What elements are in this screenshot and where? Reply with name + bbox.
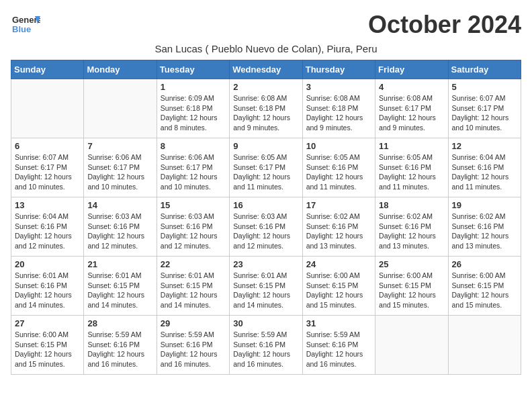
day-number: 28	[87, 318, 152, 328]
day-number: 25	[379, 259, 444, 269]
day-number: 31	[306, 318, 371, 328]
day-number: 17	[306, 200, 371, 210]
calendar-cell: 3Sunrise: 6:08 AM Sunset: 6:18 PM Daylig…	[302, 79, 375, 138]
calendar-cell: 22Sunrise: 6:01 AM Sunset: 6:15 PM Dayli…	[157, 257, 229, 316]
day-number: 24	[306, 259, 371, 269]
week-row-3: 13Sunrise: 6:04 AM Sunset: 6:16 PM Dayli…	[11, 197, 521, 257]
day-number: 29	[161, 318, 226, 328]
day-header-sunday: Sunday	[11, 60, 84, 79]
calendar-cell	[448, 316, 521, 375]
calendar-cell: 2Sunrise: 6:08 AM Sunset: 6:18 PM Daylig…	[230, 79, 302, 138]
cell-content: Sunrise: 6:00 AM Sunset: 6:15 PM Dayligh…	[379, 271, 444, 310]
cell-content: Sunrise: 6:04 AM Sunset: 6:16 PM Dayligh…	[452, 152, 517, 192]
day-number: 21	[87, 259, 152, 269]
cell-content: Sunrise: 5:59 AM Sunset: 6:16 PM Dayligh…	[87, 330, 152, 369]
calendar-cell: 9Sunrise: 6:05 AM Sunset: 6:17 PM Daylig…	[230, 138, 302, 197]
calendar-cell: 7Sunrise: 6:06 AM Sunset: 6:17 PM Daylig…	[84, 138, 157, 197]
calendar-cell: 18Sunrise: 6:02 AM Sunset: 6:16 PM Dayli…	[375, 197, 448, 257]
calendar-cell: 11Sunrise: 6:05 AM Sunset: 6:16 PM Dayli…	[375, 138, 448, 197]
calendar-cell: 21Sunrise: 6:01 AM Sunset: 6:15 PM Dayli…	[84, 257, 157, 316]
cell-content: Sunrise: 6:01 AM Sunset: 6:15 PM Dayligh…	[87, 271, 152, 310]
calendar-cell: 19Sunrise: 6:02 AM Sunset: 6:16 PM Dayli…	[448, 197, 521, 257]
day-header-wednesday: Wednesday	[230, 60, 302, 79]
day-number: 8	[161, 141, 226, 151]
calendar-cell: 23Sunrise: 6:01 AM Sunset: 6:15 PM Dayli…	[230, 257, 302, 316]
cell-content: Sunrise: 6:00 AM Sunset: 6:15 PM Dayligh…	[452, 271, 517, 310]
day-number: 13	[15, 200, 80, 210]
cell-content: Sunrise: 6:02 AM Sunset: 6:16 PM Dayligh…	[306, 212, 371, 251]
cell-content: Sunrise: 6:05 AM Sunset: 6:16 PM Dayligh…	[379, 152, 444, 192]
cell-content: Sunrise: 6:05 AM Sunset: 6:16 PM Dayligh…	[306, 152, 371, 192]
cell-content: Sunrise: 6:08 AM Sunset: 6:18 PM Dayligh…	[306, 93, 371, 133]
cell-content: Sunrise: 6:07 AM Sunset: 6:17 PM Dayligh…	[15, 152, 80, 192]
calendar-cell: 28Sunrise: 5:59 AM Sunset: 6:16 PM Dayli…	[84, 316, 157, 375]
day-number: 19	[452, 200, 517, 210]
day-number: 15	[161, 200, 226, 210]
day-number: 4	[379, 82, 444, 92]
calendar-cell: 14Sunrise: 6:03 AM Sunset: 6:16 PM Dayli…	[84, 197, 157, 257]
cell-content: Sunrise: 6:00 AM Sunset: 6:15 PM Dayligh…	[15, 330, 80, 369]
day-number: 9	[233, 141, 298, 151]
cell-content: Sunrise: 6:08 AM Sunset: 6:17 PM Dayligh…	[379, 93, 444, 133]
day-number: 16	[233, 200, 298, 210]
day-number: 30	[233, 318, 298, 328]
week-row-1: 1Sunrise: 6:09 AM Sunset: 6:18 PM Daylig…	[11, 79, 521, 138]
logo: General Blue	[11, 11, 40, 40]
month-title: October 2024	[368, 11, 521, 39]
calendar-cell	[11, 79, 84, 138]
cell-content: Sunrise: 6:06 AM Sunset: 6:17 PM Dayligh…	[161, 152, 226, 192]
day-header-tuesday: Tuesday	[157, 60, 229, 79]
week-row-5: 27Sunrise: 6:00 AM Sunset: 6:15 PM Dayli…	[11, 316, 521, 375]
calendar-cell: 10Sunrise: 6:05 AM Sunset: 6:16 PM Dayli…	[302, 138, 375, 197]
cell-content: Sunrise: 6:01 AM Sunset: 6:16 PM Dayligh…	[15, 271, 80, 310]
calendar-cell: 29Sunrise: 5:59 AM Sunset: 6:16 PM Dayli…	[157, 316, 229, 375]
day-number: 27	[15, 318, 80, 328]
calendar-cell: 27Sunrise: 6:00 AM Sunset: 6:15 PM Dayli…	[11, 316, 84, 375]
cell-content: Sunrise: 6:00 AM Sunset: 6:15 PM Dayligh…	[306, 271, 371, 310]
week-row-4: 20Sunrise: 6:01 AM Sunset: 6:16 PM Dayli…	[11, 257, 521, 316]
cell-content: Sunrise: 6:06 AM Sunset: 6:17 PM Dayligh…	[87, 152, 152, 192]
cell-content: Sunrise: 5:59 AM Sunset: 6:16 PM Dayligh…	[161, 330, 226, 369]
calendar-cell	[375, 316, 448, 375]
cell-content: Sunrise: 5:59 AM Sunset: 6:16 PM Dayligh…	[233, 330, 298, 369]
day-number: 12	[452, 141, 517, 151]
calendar-cell: 4Sunrise: 6:08 AM Sunset: 6:17 PM Daylig…	[375, 79, 448, 138]
day-header-monday: Monday	[84, 60, 157, 79]
day-number: 20	[15, 259, 80, 269]
logo-icon: General Blue	[11, 11, 40, 40]
day-number: 18	[379, 200, 444, 210]
cell-content: Sunrise: 6:04 AM Sunset: 6:16 PM Dayligh…	[15, 212, 80, 251]
cell-content: Sunrise: 6:09 AM Sunset: 6:18 PM Dayligh…	[161, 93, 226, 133]
day-number: 7	[87, 141, 152, 151]
calendar-cell: 30Sunrise: 5:59 AM Sunset: 6:16 PM Dayli…	[230, 316, 302, 375]
day-number: 5	[452, 82, 517, 92]
svg-text:Blue: Blue	[12, 24, 31, 34]
day-header-thursday: Thursday	[302, 60, 375, 79]
subtitle: San Lucas ( Pueblo Nuevo de Colan), Piur…	[11, 43, 521, 54]
calendar-cell: 13Sunrise: 6:04 AM Sunset: 6:16 PM Dayli…	[11, 197, 84, 257]
day-number: 2	[233, 82, 298, 92]
cell-content: Sunrise: 5:59 AM Sunset: 6:16 PM Dayligh…	[306, 330, 371, 369]
day-number: 1	[161, 82, 226, 92]
cell-content: Sunrise: 6:02 AM Sunset: 6:16 PM Dayligh…	[379, 212, 444, 251]
day-number: 6	[15, 141, 80, 151]
cell-content: Sunrise: 6:02 AM Sunset: 6:16 PM Dayligh…	[452, 212, 517, 251]
day-header-saturday: Saturday	[448, 60, 521, 79]
cell-content: Sunrise: 6:03 AM Sunset: 6:16 PM Dayligh…	[87, 212, 152, 251]
day-number: 26	[452, 259, 517, 269]
calendar-cell: 31Sunrise: 5:59 AM Sunset: 6:16 PM Dayli…	[302, 316, 375, 375]
calendar-cell: 8Sunrise: 6:06 AM Sunset: 6:17 PM Daylig…	[157, 138, 229, 197]
cell-content: Sunrise: 6:01 AM Sunset: 6:15 PM Dayligh…	[161, 271, 226, 310]
day-number: 14	[87, 200, 152, 210]
calendar-cell: 12Sunrise: 6:04 AM Sunset: 6:16 PM Dayli…	[448, 138, 521, 197]
day-number: 3	[306, 82, 371, 92]
cell-content: Sunrise: 6:05 AM Sunset: 6:17 PM Dayligh…	[233, 152, 298, 192]
calendar-header-row: SundayMondayTuesdayWednesdayThursdayFrid…	[11, 60, 521, 79]
calendar-cell: 15Sunrise: 6:03 AM Sunset: 6:16 PM Dayli…	[157, 197, 229, 257]
cell-content: Sunrise: 6:08 AM Sunset: 6:18 PM Dayligh…	[233, 93, 298, 133]
calendar-cell: 20Sunrise: 6:01 AM Sunset: 6:16 PM Dayli…	[11, 257, 84, 316]
day-number: 23	[233, 259, 298, 269]
day-number: 10	[306, 141, 371, 151]
calendar-cell: 1Sunrise: 6:09 AM Sunset: 6:18 PM Daylig…	[157, 79, 229, 138]
calendar-cell: 24Sunrise: 6:00 AM Sunset: 6:15 PM Dayli…	[302, 257, 375, 316]
